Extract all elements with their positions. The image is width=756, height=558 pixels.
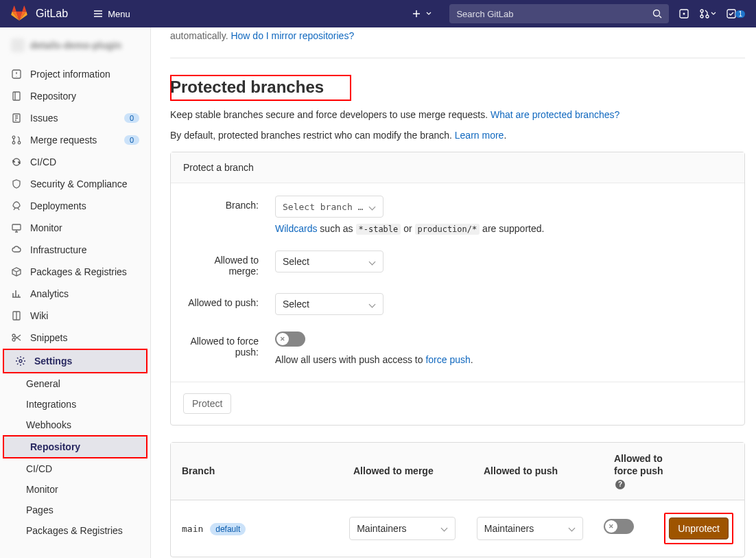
allowed-push-select[interactable]: Select	[275, 293, 383, 315]
sidebar-sub-repository[interactable]: Repository	[4, 437, 146, 457]
sidebar-sub-integrations[interactable]: Integrations	[0, 394, 150, 415]
merge-requests-icon[interactable]	[699, 8, 716, 19]
protected-branches-table: Branch Allowed to merge Allowed to push …	[170, 442, 745, 557]
wildcard-helper: Wildcards such as *-stable or production…	[275, 223, 732, 234]
gear-icon	[15, 356, 26, 367]
help-icon[interactable]: ?	[615, 480, 625, 489]
sidebar-item-issues[interactable]: Issues0	[0, 107, 150, 129]
svg-point-17	[19, 360, 22, 362]
sidebar-sub-general[interactable]: General	[0, 373, 150, 394]
header-force: Allowed to force push ?	[614, 452, 676, 490]
package-icon	[11, 266, 22, 277]
svg-point-5	[706, 15, 709, 18]
section-title: Protected branches	[170, 76, 339, 100]
row-push-select[interactable]: Maintainers	[477, 517, 583, 540]
chart-icon	[11, 288, 22, 299]
desc-line-1: Keep stable branches secure and force de…	[170, 109, 745, 120]
table-header: Branch Allowed to merge Allowed to push …	[171, 443, 744, 500]
sidebar-item-analytics[interactable]: Analytics	[0, 283, 150, 305]
svg-point-2	[683, 13, 685, 15]
sidebar-sub-pages[interactable]: Pages	[0, 500, 150, 520]
force-push-label: Allowed to force push:	[183, 332, 259, 358]
monitor-icon	[11, 222, 22, 233]
sidebar: details-demo-plugin Project information …	[0, 27, 151, 558]
main-content: automatically. How do I mirror repositor…	[151, 27, 756, 558]
chevron-down-icon	[369, 203, 376, 210]
force-push-toggle[interactable]	[275, 332, 305, 347]
chevron-down-icon	[568, 525, 575, 532]
issues-icon[interactable]	[678, 8, 689, 19]
branch-select[interactable]: Select branch …	[275, 196, 383, 218]
menu-icon	[93, 8, 104, 19]
project-header[interactable]: details-demo-plugin	[0, 33, 150, 63]
search-bar[interactable]	[449, 4, 669, 23]
gitlab-logo-icon[interactable]	[11, 5, 27, 22]
sidebar-item-repository[interactable]: Repository	[0, 85, 150, 107]
menu-button[interactable]: Menu	[93, 8, 130, 19]
push-label: Allowed to push:	[183, 293, 259, 308]
branch-name: main	[182, 524, 203, 534]
chevron-down-icon	[369, 258, 376, 265]
sidebar-item-wiki[interactable]: Wiki	[0, 305, 150, 327]
shield-icon	[11, 178, 22, 189]
menu-label: Menu	[108, 9, 130, 19]
sidebar-item-packages[interactable]: Packages & Registries	[0, 261, 150, 283]
allowed-merge-select[interactable]: Select	[275, 251, 383, 272]
what-are-protected-link[interactable]: What are protected branches?	[491, 109, 619, 120]
issues-icon	[11, 113, 22, 124]
svg-point-0	[654, 10, 660, 16]
force-push-helper: Allow all users with push access to forc…	[275, 354, 732, 365]
panel-title: Protect a branch	[171, 152, 744, 183]
rocket-icon	[11, 200, 22, 211]
sidebar-item-merge-requests[interactable]: Merge requests0	[0, 129, 150, 151]
force-push-link[interactable]: force push	[425, 354, 470, 365]
chevron-down-icon	[369, 301, 376, 307]
repository-icon	[11, 91, 22, 102]
branch-label: Branch:	[183, 196, 259, 211]
svg-point-15	[12, 334, 15, 337]
svg-point-10	[12, 136, 15, 139]
svg-point-11	[12, 141, 15, 144]
protect-branch-panel: Protect a branch Branch: Select branch ……	[170, 152, 745, 426]
project-icon	[11, 69, 22, 80]
sidebar-sub-packages[interactable]: Packages & Registries	[0, 520, 150, 541]
svg-rect-13	[12, 224, 21, 230]
header-push: Allowed to push	[484, 465, 614, 476]
table-row: main default Maintainers Maintainers	[171, 500, 744, 557]
create-new-dropdown[interactable]	[411, 8, 434, 19]
wildcards-link[interactable]: Wildcards	[275, 223, 317, 234]
sidebar-item-monitor[interactable]: Monitor	[0, 217, 150, 239]
plus-icon	[411, 8, 422, 19]
top-navbar: GitLab Menu 1	[0, 0, 756, 27]
sidebar-item-project-information[interactable]: Project information	[0, 63, 150, 85]
scissors-icon	[11, 332, 22, 343]
cicd-icon	[11, 156, 22, 167]
mirror-link[interactable]: How do I mirror repositories?	[231, 30, 354, 41]
sidebar-sub-cicd[interactable]: CI/CD	[0, 458, 150, 479]
sidebar-item-cicd[interactable]: CI/CD	[0, 151, 150, 173]
todos-button[interactable]: 1	[726, 8, 745, 19]
sidebar-item-snippets[interactable]: Snippets	[0, 327, 150, 349]
search-input[interactable]	[456, 9, 646, 19]
svg-point-3	[700, 10, 703, 12]
sidebar-item-deployments[interactable]: Deployments	[0, 195, 150, 217]
sidebar-sub-webhooks[interactable]: Webhooks	[0, 415, 150, 435]
chevron-down-icon	[423, 8, 434, 19]
desc-line-2: By default, protected branches restrict …	[170, 130, 745, 141]
protect-button[interactable]: Protect	[183, 393, 231, 414]
svg-point-12	[18, 141, 21, 144]
sidebar-item-settings[interactable]: Settings	[4, 350, 146, 372]
header-branch: Branch	[182, 465, 353, 476]
sidebar-item-security[interactable]: Security & Compliance	[0, 173, 150, 195]
default-badge: default	[210, 523, 246, 535]
todos-count: 1	[735, 10, 745, 18]
merge-label: Allowed to merge:	[183, 251, 259, 277]
unprotect-button[interactable]: Unprotect	[669, 518, 729, 539]
sidebar-item-infrastructure[interactable]: Infrastructure	[0, 239, 150, 261]
row-force-push-toggle[interactable]	[604, 519, 634, 534]
learn-more-link[interactable]: Learn more	[455, 130, 504, 141]
row-merge-select[interactable]: Maintainers	[349, 517, 456, 540]
svg-point-4	[700, 15, 703, 18]
chevron-down-icon	[441, 525, 448, 532]
sidebar-sub-monitor[interactable]: Monitor	[0, 479, 150, 500]
